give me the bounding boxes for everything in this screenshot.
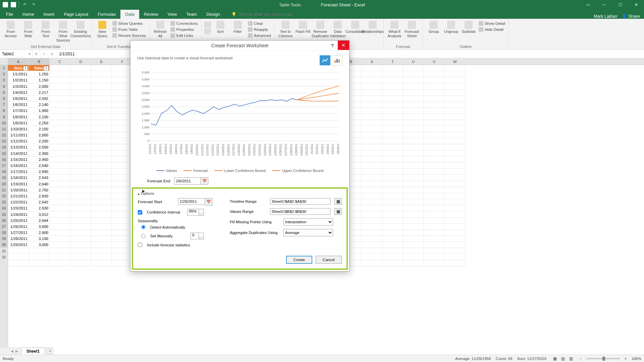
row-header[interactable]: 4: [0, 83, 8, 89]
zoom-slider[interactable]: [586, 358, 620, 359]
row-header[interactable]: 23: [0, 199, 8, 205]
cell[interactable]: 1/18/2011: [8, 175, 29, 181]
cell[interactable]: 1,900: [29, 108, 50, 114]
cell[interactable]: 2,000: [29, 83, 50, 89]
tab-page-layout[interactable]: Page Layout: [59, 10, 93, 19]
row-header[interactable]: 1: [0, 65, 8, 71]
add-sheet-button[interactable]: +: [47, 348, 53, 355]
sheet-nav-prev-icon[interactable]: ◄: [10, 349, 14, 354]
cell[interactable]: 1/1/2011: [8, 71, 29, 77]
cell[interactable]: 1/5/2011: [8, 96, 29, 102]
text-to-columns-button[interactable]: Text to Columns: [277, 20, 293, 39]
from-access-button[interactable]: From Access: [3, 20, 19, 39]
cell[interactable]: 2,900: [29, 230, 50, 236]
from-text-button[interactable]: From Text: [38, 20, 54, 39]
cell[interactable]: 2,100: [29, 114, 50, 120]
cell[interactable]: 1/29/2011: [8, 242, 29, 248]
page-break-icon[interactable]: ▥: [567, 356, 575, 362]
cell[interactable]: 2,217: [29, 89, 50, 96]
cell[interactable]: 2,690: [29, 169, 50, 175]
cell[interactable]: 1/8/2011: [8, 114, 29, 120]
tab-design[interactable]: Design: [202, 10, 224, 19]
new-query-button[interactable]: New Query: [94, 20, 110, 39]
refresh-all-button[interactable]: Refresh All: [152, 20, 168, 39]
tab-formulas[interactable]: Formulas: [93, 10, 120, 19]
tab-team[interactable]: Team: [181, 10, 202, 19]
cell[interactable]: 3,100: [29, 236, 50, 242]
cell[interactable]: 2,540: [29, 163, 50, 169]
column-header[interactable]: T: [382, 58, 403, 65]
row-header[interactable]: 20: [0, 181, 8, 187]
relationships-button[interactable]: Relationships: [365, 20, 381, 35]
column-header[interactable]: A: [8, 58, 29, 65]
maximize-icon[interactable]: ☐: [612, 0, 628, 9]
remove-dup-button[interactable]: Remove Duplicates: [312, 20, 328, 39]
cell[interactable]: 1/21/2011: [8, 193, 29, 199]
cell[interactable]: 1/16/2011: [8, 163, 29, 169]
forecast-sheet-button[interactable]: Forecast Sheet: [404, 20, 420, 39]
hide-detail-button[interactable]: Hide Detail: [478, 27, 506, 32]
cell[interactable]: 2,450: [29, 157, 50, 163]
connections-button[interactable]: Connections: [170, 21, 199, 26]
data-validation-button[interactable]: Data Validation: [330, 20, 346, 39]
cell[interactable]: 2,592: [29, 96, 50, 102]
row-header[interactable]: 16: [0, 157, 8, 163]
redo-icon[interactable]: ↷: [31, 2, 37, 8]
consolidate-button[interactable]: Consolidate: [347, 20, 363, 35]
row-header[interactable]: 9: [0, 114, 8, 120]
forecast-end-input[interactable]: [174, 177, 201, 185]
zoom-out-icon[interactable]: −: [579, 357, 582, 361]
row-header[interactable]: 8: [0, 108, 8, 114]
range-picker-icon[interactable]: ▦: [334, 198, 342, 205]
flash-fill-button[interactable]: Flash Fill: [295, 20, 311, 35]
cell[interactable]: 1,150: [29, 77, 50, 83]
ci-spinner[interactable]: 95%: [187, 209, 204, 216]
tell-me[interactable]: 💡: [231, 10, 312, 19]
cancel-formula-icon[interactable]: ✕: [32, 50, 40, 58]
cell[interactable]: 1/10/2011: [8, 126, 29, 132]
reapply-button[interactable]: Reapply: [247, 27, 272, 32]
row-header[interactable]: 3: [0, 77, 8, 83]
row-header[interactable]: 17: [0, 163, 8, 169]
line-chart-type-button[interactable]: [320, 55, 330, 65]
cell[interactable]: 2,250: [29, 120, 50, 126]
page-layout-icon[interactable]: ▤: [559, 356, 567, 362]
cell[interactable]: 1/6/2011: [8, 102, 29, 108]
row-header[interactable]: 19: [0, 175, 8, 181]
undo-icon[interactable]: ↶: [22, 2, 28, 8]
show-queries-button[interactable]: Show Queries: [112, 21, 147, 26]
include-stats-checkbox[interactable]: [138, 243, 142, 247]
cell[interactable]: 1,250: [29, 71, 50, 77]
aggregate-select[interactable]: Average: [283, 229, 333, 236]
from-web-button[interactable]: From Web: [20, 20, 36, 39]
forecast-start-input[interactable]: [178, 198, 205, 205]
options-toggle[interactable]: ▴ Options: [138, 191, 342, 195]
column-header[interactable]: E: [91, 58, 112, 65]
sort-az-icon[interactable]: [204, 21, 211, 27]
row-header[interactable]: 32: [0, 254, 8, 260]
column-header[interactable]: B: [29, 58, 50, 65]
table-header[interactable]: Sales: [29, 65, 50, 71]
cell[interactable]: 2,942: [29, 199, 50, 205]
cell[interactable]: 1/15/2011: [8, 157, 29, 163]
zoom-in-icon[interactable]: +: [625, 357, 627, 361]
row-header[interactable]: 26: [0, 218, 8, 224]
cell[interactable]: 1/7/2011: [8, 108, 29, 114]
tab-file[interactable]: File: [1, 10, 18, 19]
row-header[interactable]: 15: [0, 150, 8, 157]
cell[interactable]: 2,944: [29, 218, 50, 224]
row-header[interactable]: 31: [0, 248, 8, 254]
row-header[interactable]: 5: [0, 89, 8, 96]
cell[interactable]: 2,750: [29, 187, 50, 193]
cell[interactable]: 1/19/2011: [8, 181, 29, 187]
row-header[interactable]: 30: [0, 242, 8, 248]
existing-conn-button[interactable]: Existing Connections: [72, 20, 89, 39]
row-header[interactable]: 11: [0, 126, 8, 132]
bar-chart-type-button[interactable]: [332, 55, 342, 65]
table-header[interactable]: Date: [8, 65, 29, 71]
share-button[interactable]: 👤 Share: [622, 14, 640, 19]
row-header[interactable]: 7: [0, 102, 8, 108]
cell[interactable]: 2,500: [29, 144, 50, 150]
cell[interactable]: 1/22/2011: [8, 199, 29, 205]
name-box[interactable]: Table2: [0, 50, 32, 58]
